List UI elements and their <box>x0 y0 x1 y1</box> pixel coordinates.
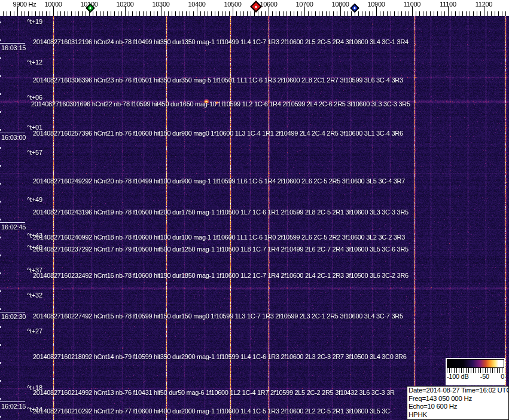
status-info-box: Date=2014-08-27 Time=16:02 UTC Freq=143 … <box>407 386 509 420</box>
freq-tick-label: 10800 <box>331 1 349 8</box>
db-mid-label: -50 <box>480 373 489 381</box>
db-scale-ticks <box>447 368 504 373</box>
db-scale-labels: -100 dB -50 0 <box>447 373 504 381</box>
time-offset-marker: ^t+12 <box>27 59 42 66</box>
freq-tick-label: 10500 <box>224 1 241 8</box>
time-offset-marker: ^t+32 <box>27 292 42 299</box>
freq-tick-label: 10200 <box>116 1 133 8</box>
echo-event-text: 20140827160243196 hCnt19 nb-78 f10500 hi… <box>33 209 409 216</box>
echo-event-text: 20140827160249292 hCnt20 nb-78 f10499 hi… <box>33 177 405 185</box>
freq-tick-label: 10600 <box>260 1 277 8</box>
time-offset-marker: ^t+49 <box>27 196 42 203</box>
echo-event-text: 20140827160301696 hCnt22 nb-78 f10599 hi… <box>31 100 410 108</box>
time-tick-label: 16:03:15 <box>0 43 25 51</box>
frequency-ruler: 9900 Hz100001010010200103001040010500106… <box>0 0 509 16</box>
meteor-spectrogram-window: 9900 Hz100001010010200103001040010500106… <box>0 0 509 420</box>
freq-tick-label: 10900 <box>367 1 385 8</box>
diamond-center-dot <box>255 5 257 8</box>
freq-tick-label: 11200 <box>476 1 492 8</box>
info-date-time: Date=2014-08-27 Time=16:02 UTC <box>409 387 508 395</box>
diamond-center-dot <box>89 7 92 9</box>
freq-tick-label: 10700 <box>295 1 313 8</box>
db-gradient-bar <box>447 359 504 368</box>
info-station-code: HPHK <box>409 411 508 419</box>
echo-event-text: 20140827160257396 hCnt21 nb-76 f10600 hi… <box>33 130 403 137</box>
db-min-label: -100 dB <box>447 373 468 381</box>
echo-event-text: 20140827160306396 hCnt23 nb-76 f10501 hi… <box>33 76 403 84</box>
echo-event-text: 20140827160227492 hCnt15 nb-78 f10599 hi… <box>33 312 403 320</box>
freq-tick-label: 11100 <box>440 1 456 8</box>
time-tick-label: 16:03:00 <box>0 133 25 141</box>
freq-tick-label: 10400 <box>188 1 205 8</box>
db-color-legend: -100 dB -50 0 <box>446 358 505 385</box>
freq-tick-label: 10300 <box>152 1 169 8</box>
time-offset-marker: ^t+19 <box>27 18 42 25</box>
time-tick-label: 16:02:15 <box>0 401 25 410</box>
db-max-label: 0 <box>501 373 504 381</box>
freq-tick-label: 10000 <box>44 1 62 8</box>
echo-event-text: 20140827160312196 hCnt24 nb-78 f10499 hi… <box>33 38 409 45</box>
time-tick-label: 16:02:30 <box>0 312 25 320</box>
diamond-center-dot <box>353 7 356 9</box>
echo-event-text: 20140827160232492 hCnt16 nb-78 f10600 hi… <box>33 272 409 279</box>
time-tick-label: 16:02:45 <box>0 222 25 231</box>
echo-event-text: 20140827160214992 hCnt13 nb-76 f10431 hi… <box>33 389 395 396</box>
info-frequency: Freq=143 050 000 Hz <box>409 395 508 403</box>
info-echo-frequency: Echo=10 600 Hz <box>409 403 508 411</box>
freq-tick-label: 9900 Hz <box>13 1 36 8</box>
echo-event-text: 20140827160240992 hCnt18 nb-78 f10600 hi… <box>33 234 405 241</box>
freq-tick-label: 11000 <box>404 1 420 8</box>
time-offset-marker: ^t+27 <box>27 327 42 335</box>
time-offset-marker: ^t+57 <box>27 149 42 156</box>
echo-event-text: 20140827160210292 hCnt12 nb-77 f10600 hi… <box>33 407 392 415</box>
echo-event-text: 20140827160237292 hCnt17 nb-79 f10500 hi… <box>33 246 409 253</box>
echo-event-text: 20140827160218092 hCnt14 nb-79 f10599 hi… <box>33 353 407 360</box>
